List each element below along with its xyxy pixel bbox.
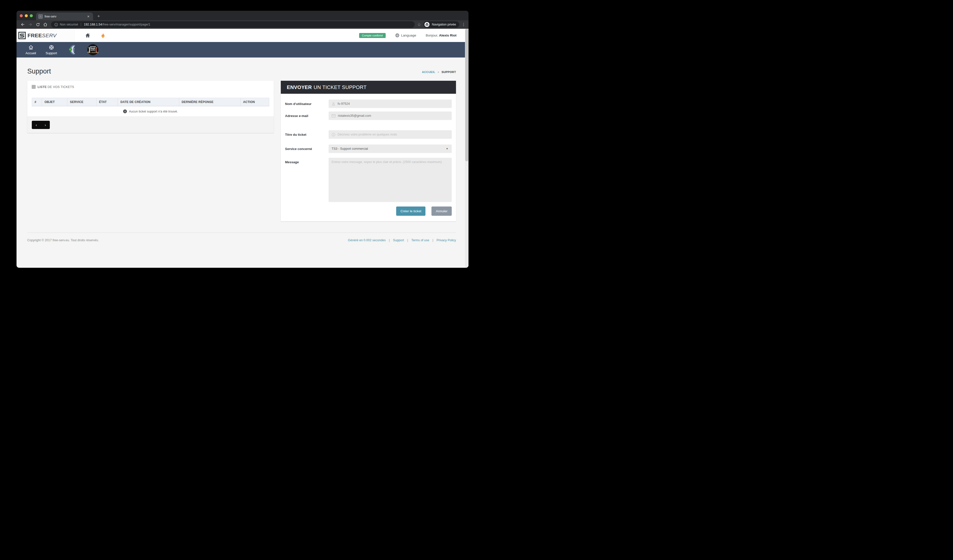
ticket-title-label: Titre du ticket: [285, 130, 329, 136]
status-badge: Compte confirmé: [359, 33, 386, 38]
browser-menu-icon[interactable]: ⋮: [462, 22, 466, 27]
incognito-badge: Navigation privée: [424, 21, 459, 28]
page-head: Support ACCUEIL SUPPORT: [27, 68, 456, 75]
browser-tab[interactable]: free-serv ✕: [36, 12, 93, 20]
pagination-prev-button[interactable]: ‹: [32, 121, 41, 129]
nav-item-support[interactable]: Support: [43, 45, 59, 55]
footer-links: Généré en 0.002 secondes | Support | Ter…: [348, 238, 456, 242]
nav-label-accueil: Accueil: [26, 51, 36, 55]
security-label: Non sécurisé: [60, 23, 78, 26]
email-value: riotalexis35@gmail.com: [338, 114, 371, 118]
bookmark-star-icon[interactable]: ☆: [417, 22, 421, 27]
globe-icon: [395, 33, 399, 37]
footer-link-support[interactable]: Support: [393, 238, 404, 242]
username-label: Nom d'utilisateur: [285, 99, 329, 106]
reload-icon[interactable]: [34, 21, 41, 28]
site-header: FREESERV Compte confirmé: [17, 29, 469, 42]
message-placeholder: Entrez votre message, soyez le plus clai…: [332, 160, 442, 164]
user-icon: [332, 102, 335, 106]
header-right: Compte confirmé Language Bonjour, Alexis…: [359, 33, 469, 38]
email-field: riotalexis35@gmail.com: [329, 111, 452, 120]
tab-title: free-serv: [45, 15, 86, 18]
pagination: ‹ ›: [32, 121, 50, 129]
breadcrumb-separator-dot: [438, 71, 439, 73]
message-label: Message: [285, 158, 329, 164]
forward-icon[interactable]: [27, 21, 34, 28]
cancel-button[interactable]: Annuler: [431, 206, 452, 216]
page-title: Support: [27, 68, 51, 75]
new-tab-button[interactable]: +: [95, 13, 102, 20]
tickets-card-title-bold: LISTE: [37, 85, 47, 89]
url-host: 192.168.1.54: [84, 23, 102, 26]
breadcrumb-current: SUPPORT: [441, 71, 456, 74]
scrollbar[interactable]: [465, 29, 469, 268]
logo-text-bold: FREE: [28, 32, 42, 38]
ticket-form-title-bold: ENVOYER: [287, 85, 312, 90]
site-logo[interactable]: FREESERV: [17, 29, 75, 42]
ticket-title-placeholder: Décrivez votre problème en quelques mots: [338, 133, 397, 136]
scrollbar-thumb[interactable]: [465, 29, 468, 161]
tab-strip: free-serv ✕ +: [17, 11, 469, 20]
language-menu[interactable]: Language: [395, 33, 416, 37]
tickets-card: LISTE DE VOS TICKETS # OBJET SERVICE ÉTA…: [27, 81, 274, 133]
username-value: fs-97524: [338, 102, 350, 105]
nav-label-support: Support: [45, 51, 57, 55]
back-icon[interactable]: [20, 21, 26, 28]
logo-text: FREESERV: [28, 32, 57, 39]
service-select[interactable]: TS3 - Support commercial ▼: [329, 144, 452, 153]
minimize-window-button[interactable]: [25, 14, 28, 17]
column-header-action: ACTION: [241, 98, 269, 106]
breadcrumb-home-link[interactable]: ACCUEIL: [422, 71, 435, 74]
ticket-form-title-rest: UN TICKET SUPPORT: [314, 85, 366, 90]
incognito-label: Navigation privée: [432, 23, 456, 26]
footer-link-privacy[interactable]: Privacy Policy: [436, 238, 456, 242]
create-ticket-button[interactable]: Créer le ticket: [396, 206, 425, 216]
message-textarea[interactable]: Entrez votre message, soyez le plus clai…: [329, 158, 452, 202]
svg-text:San Andreas: San Andreas: [87, 51, 99, 54]
footer-link-terms[interactable]: Terms of use: [411, 238, 429, 242]
ticket-form-panel: ENVOYER UN TICKET SUPPORT Nom d'utilisat…: [281, 81, 456, 221]
ticket-title-input[interactable]: Décrivez votre problème en quelques mots: [329, 130, 452, 139]
nav-item-teamspeak[interactable]: [68, 44, 79, 56]
browser-window: free-serv ✕ + Non sécurisé: [17, 11, 469, 268]
svg-text:auto: auto: [91, 49, 95, 51]
zoom-window-button[interactable]: [30, 14, 33, 17]
column-header-service: SERVICE: [67, 98, 96, 106]
freeserv-logo-icon: [18, 32, 26, 39]
breadcrumb: ACCUEIL SUPPORT: [422, 71, 456, 75]
column-header-derniere-reponse: DERNIÈRE RÉPONSE: [179, 98, 241, 106]
life-ring-icon: [49, 45, 54, 50]
incognito-icon: [424, 22, 430, 27]
table-icon: [32, 85, 36, 89]
main-navbar: Accueil Support: [17, 42, 469, 57]
language-label: Language: [401, 34, 416, 37]
flame-icon[interactable]: [101, 33, 105, 38]
home-outline-icon: [28, 45, 34, 50]
username-field: fs-97524: [329, 99, 452, 108]
address-bar[interactable]: Non sécurisé 192.168.1.54 /free-serv/man…: [51, 21, 415, 28]
service-selected-value: TS3 - Support commercial: [332, 147, 368, 150]
ticket-form-body: Nom d'utilisateur fs-97524: [281, 94, 456, 221]
home-shortcut-icon[interactable]: [85, 33, 90, 38]
browser-toolbar: Non sécurisé 192.168.1.54 /free-serv/man…: [17, 20, 469, 29]
greeting-username: Alexis Riot: [439, 34, 456, 37]
site-info-icon[interactable]: [54, 23, 58, 26]
favicon: [39, 14, 42, 19]
user-greeting[interactable]: Bonjour, Alexis Riot: [426, 34, 456, 37]
home-icon[interactable]: [42, 21, 48, 28]
close-window-button[interactable]: [20, 14, 23, 17]
gta-san-andreas-icon: grand theft auto San Andreas: [87, 44, 99, 56]
envelope-icon: [332, 114, 335, 118]
empty-state: i Aucun ticket support n'a été trouvé.: [27, 106, 274, 116]
nav-item-gta[interactable]: grand theft auto San Andreas: [87, 44, 99, 56]
window-controls: [20, 14, 33, 17]
close-tab-icon[interactable]: ✕: [86, 14, 91, 19]
info-circle-icon: [332, 133, 335, 136]
chevron-down-icon: ▼: [446, 147, 448, 150]
service-label: Service concerné: [285, 144, 329, 151]
pagination-next-button[interactable]: ›: [41, 121, 50, 129]
column-header-etat: ÉTAT: [96, 98, 118, 106]
main-content: Support ACCUEIL SUPPORT LISTE DE VOS TIC…: [17, 68, 469, 242]
nav-item-accueil[interactable]: Accueil: [23, 45, 39, 55]
greeting-prefix: Bonjour,: [426, 34, 439, 37]
